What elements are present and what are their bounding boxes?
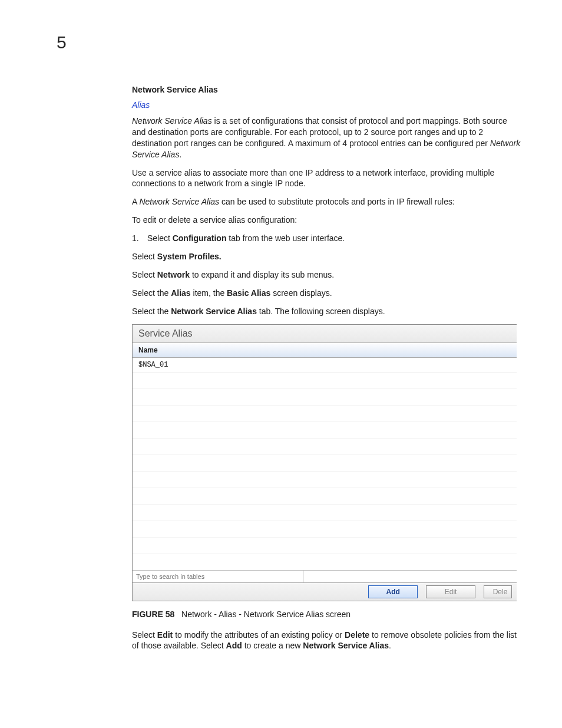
column-header-name[interactable]: Name: [133, 343, 517, 358]
text: can be used to substitute protocols and …: [219, 197, 455, 206]
text: tab from the web user interface.: [226, 233, 345, 243]
search-input[interactable]: [133, 571, 303, 582]
text: Select the: [132, 307, 171, 316]
text: A: [132, 197, 139, 206]
paragraph: Network Service Alias is a set of config…: [132, 116, 521, 160]
edit-button[interactable]: Edit: [426, 585, 475, 598]
text-bold: System Profiles.: [157, 252, 222, 261]
step-number: 1.: [132, 233, 145, 244]
delete-button[interactable]: Dele: [484, 585, 512, 598]
text: screen displays.: [270, 288, 332, 298]
section-heading: Network Service Alias: [132, 85, 521, 94]
instruction-line: Select System Profiles.: [132, 251, 521, 262]
panel-title: Service Alias: [133, 325, 517, 343]
instruction-line: Select Network to expand it and display …: [132, 269, 521, 281]
text-bold: Configuration: [173, 233, 227, 243]
paragraph: A Network Service Alias can be used to s…: [132, 196, 521, 207]
text-bold: Basic Alias: [227, 288, 270, 298]
figure-label: FIGURE 58: [132, 610, 174, 619]
text: to modify the attributes of an existing …: [173, 630, 345, 640]
text: Select the: [132, 288, 171, 298]
instruction-line: Select the Alias item, the Basic Alias s…: [132, 288, 521, 299]
add-button[interactable]: Add: [368, 585, 418, 598]
breadcrumb-link[interactable]: Alias: [132, 100, 521, 110]
instruction-line: Select the Network Service Alias tab. Th…: [132, 306, 521, 317]
text-bold: Network Service Alias: [171, 307, 257, 316]
paragraph: Select Edit to modify the attributes of …: [132, 630, 521, 652]
table-footer-search: [133, 571, 517, 583]
text-italic: Network Service Alias: [139, 197, 219, 206]
empty-rows: [133, 373, 517, 554]
numbered-step: 1. Select Configuration tab from the web…: [132, 233, 521, 244]
text-bold: Add: [226, 641, 242, 650]
panel-button-bar: Add Edit Dele: [133, 583, 517, 601]
table-row[interactable]: $NSA_01: [133, 358, 517, 373]
figure-text: Network - Alias - Network Service Alias …: [181, 610, 351, 619]
paragraph: To edit or delete a service alias config…: [132, 215, 521, 226]
text-bold: Alias: [171, 288, 190, 298]
text-bold: Edit: [157, 630, 173, 640]
text: Select: [132, 270, 157, 279]
text-bold: Delete: [345, 630, 369, 640]
text: Select: [147, 233, 173, 243]
text: to create a new: [242, 641, 303, 650]
text: .: [179, 150, 181, 159]
paragraph: Use a service alias to associate more th…: [132, 167, 521, 190]
text: item, the: [191, 288, 227, 298]
text-italic: Network Service Alias: [132, 116, 212, 126]
text: .: [389, 641, 391, 650]
chapter-number: 5: [57, 32, 530, 52]
text-bold: Network Service Alias: [303, 641, 389, 650]
text: Select: [132, 630, 157, 640]
service-alias-panel: Service Alias Name $NSA_01 Add Edit Dele: [132, 324, 517, 601]
text: Select: [132, 252, 157, 261]
table-body: $NSA_01: [133, 358, 517, 571]
text-bold: Network: [157, 270, 190, 279]
figure-caption: FIGURE 58 Network - Alias - Network Serv…: [132, 610, 521, 619]
text: tab. The following screen displays.: [257, 307, 385, 316]
text: to expand it and display its sub menus.: [190, 270, 334, 279]
